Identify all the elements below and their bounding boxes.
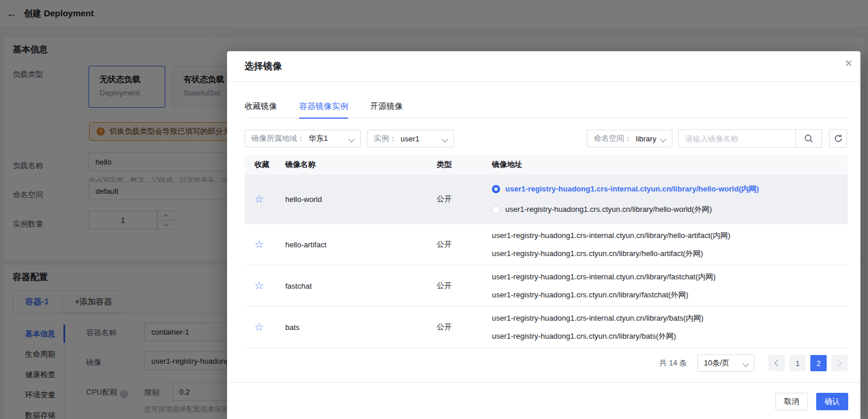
star-icon[interactable]: ☆ [254, 239, 264, 250]
table-row-hello-world[interactable]: ☆ hello-world 公开 user1-registry-huadong1… [245, 175, 848, 224]
table-header: 收藏 镜像名称 类型 镜像地址 [245, 155, 848, 175]
image-type: 公开 [437, 239, 492, 250]
image-search-input[interactable] [679, 130, 795, 147]
search-button[interactable] [795, 130, 821, 147]
address-internal: user1-registry-huadong1.crs-internal.cty… [492, 271, 848, 283]
address-external: user1-registry-huadong1.crs.ctyun.cn/lib… [492, 331, 848, 342]
next-page-button[interactable] [831, 355, 848, 371]
address-external: user1-registry-huadong1.crs.ctyun.cn/lib… [492, 248, 848, 260]
chevron-down-icon [743, 359, 748, 368]
tab-container-image-instances[interactable]: 容器镜像实例 [299, 95, 348, 118]
page-button-1[interactable]: 1 [789, 355, 806, 371]
col-type: 类型 [437, 159, 492, 170]
close-icon[interactable]: × [845, 57, 852, 70]
image-name: hello-world [285, 195, 437, 204]
tab-open-source-images[interactable]: 开源镜像 [370, 95, 403, 118]
modal-title: 选择镜像 [245, 61, 282, 73]
image-name: bats [285, 323, 437, 332]
instance-select-label: 实例： [374, 133, 396, 144]
tab-favorite-images[interactable]: 收藏镜像 [245, 95, 277, 118]
pagination: 共 14 条 10条/页 1 2 [659, 355, 848, 371]
page-button-2[interactable]: 2 [810, 355, 827, 371]
screen: ← 创建 Deployment 基本信息 负载类型 无状态负载 Deployme… [0, 0, 868, 419]
prev-page-button[interactable] [768, 355, 785, 371]
star-icon[interactable]: ☆ [254, 193, 264, 205]
image-type: 公开 [437, 322, 492, 332]
image-name: fastchat [285, 282, 437, 290]
image-table: 收藏 镜像名称 类型 镜像地址 ☆ hello-world 公开 user1-r… [245, 155, 848, 348]
image-type: 公开 [437, 194, 492, 204]
page-size-select[interactable]: 10条/页 [697, 354, 754, 372]
col-image-name: 镜像名称 [285, 159, 437, 170]
namespace-filter-select[interactable]: 命名空间： library [587, 130, 672, 147]
modal-tabs: 收藏镜像 容器镜像实例 开源镜像 [245, 95, 848, 118]
address-internal: user1-registry-huadong1.crs-internal.cty… [492, 230, 848, 242]
pagination-total: 共 14 条 [659, 358, 687, 368]
image-search-box [678, 129, 822, 148]
namespace-filter-value: library [636, 134, 656, 143]
select-image-modal: 选择镜像 × 收藏镜像 容器镜像实例 开源镜像 镜像所属地域： 华东1 实例： … [227, 51, 860, 419]
table-row-fastchat[interactable]: ☆ fastchat 公开 user1-registry-huadong1.cr… [245, 265, 848, 307]
address-text: user1-registry-huadong1.crs.ctyun.cn/lib… [505, 204, 712, 215]
chevron-down-icon [661, 134, 665, 143]
chevron-left-icon [774, 360, 781, 366]
chevron-down-icon [349, 134, 354, 143]
chevron-down-icon [442, 134, 447, 143]
col-image-address: 镜像地址 [492, 159, 848, 170]
address-option-external[interactable]: user1-registry-huadong1.crs.ctyun.cn/lib… [492, 204, 848, 215]
modal-footer-divider [227, 382, 860, 383]
search-icon [804, 134, 813, 143]
cancel-button[interactable]: 取消 [775, 393, 808, 410]
star-icon[interactable]: ☆ [254, 280, 264, 292]
address-external: user1-registry-huadong1.crs.ctyun.cn/lib… [492, 289, 848, 301]
chevron-right-icon [835, 360, 841, 366]
star-icon[interactable]: ☆ [254, 321, 264, 333]
refresh-icon [834, 134, 843, 143]
address-option-internal[interactable]: user1-registry-huadong1.crs-internal.cty… [492, 183, 848, 195]
address-text: user1-registry-huadong1.crs-internal.cty… [505, 183, 759, 195]
refresh-button[interactable] [829, 129, 847, 148]
confirm-button[interactable]: 确认 [816, 393, 848, 410]
namespace-filter-label: 命名空间： [594, 133, 632, 144]
page-size-value: 10条/页 [704, 358, 729, 368]
radio-selected-icon[interactable] [492, 185, 500, 193]
image-type: 公开 [437, 280, 492, 291]
col-favorite: 收藏 [245, 159, 285, 170]
instance-select[interactable]: 实例： user1 [367, 130, 454, 147]
region-select[interactable]: 镜像所属地域： 华东1 [245, 130, 361, 147]
instance-select-value: user1 [401, 134, 420, 143]
table-row-bats[interactable]: ☆ bats 公开 user1-registry-huadong1.crs-in… [245, 307, 848, 348]
modal-header-divider [227, 81, 860, 82]
image-name: hello-artifact [285, 240, 437, 249]
region-select-value: 华东1 [309, 133, 328, 144]
address-internal: user1-registry-huadong1.crs-internal.cty… [492, 313, 848, 324]
region-select-label: 镜像所属地域： [251, 133, 304, 144]
radio-unselected-icon[interactable] [492, 205, 500, 214]
table-row-hello-artifact[interactable]: ☆ hello-artifact 公开 user1-registry-huado… [245, 224, 848, 265]
